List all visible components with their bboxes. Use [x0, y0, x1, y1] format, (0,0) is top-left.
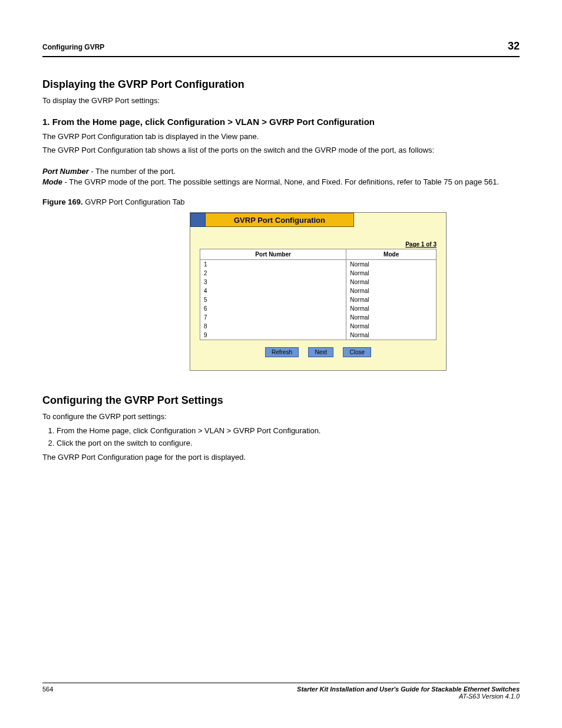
configure-step-2: Click the port on the switch to configur… — [57, 438, 520, 449]
table-row[interactable]: 9Normal — [200, 331, 437, 340]
port-config-table: Port Number Mode 1Normal 2Normal 3Normal… — [200, 249, 437, 340]
close-button[interactable]: Close — [343, 347, 371, 357]
cell-port: 2 — [200, 269, 346, 278]
table-row[interactable]: 2Normal — [200, 269, 437, 278]
section-heading-display: Displaying the GVRP Port Configuration — [42, 78, 520, 91]
panel-title-tab[interactable]: GVRP Port Configuration — [206, 213, 354, 227]
figure-area: GVRP Port Configuration Page 1 of 3 Port… — [190, 212, 447, 371]
intro-lead-display: To display the GVRP Port settings: — [42, 95, 520, 106]
cell-mode: Normal — [346, 269, 437, 278]
cell-mode: Normal — [346, 322, 437, 331]
figure-number: Figure 169. — [42, 197, 83, 206]
cell-mode: Normal — [346, 260, 437, 269]
step-1-heading: 1. From the Home page, click Configurati… — [42, 117, 520, 127]
refresh-button[interactable]: Refresh — [265, 347, 299, 357]
configure-intro-lead: To configure the GVRP port settings: — [42, 411, 520, 422]
footer-model: AT-S63 Version 4.1.0 — [297, 693, 520, 700]
step-1-paragraph-2: The GVRP Port Configuration tab shows a … — [42, 145, 520, 156]
figure-title: GVRP Port Configuration Tab — [83, 197, 185, 206]
table-header-row: Port Number Mode — [200, 249, 437, 260]
figure-caption: Figure 169. GVRP Port Configuration Tab — [42, 197, 520, 206]
next-section: Configuring the GVRP Port Settings To co… — [42, 394, 520, 462]
footer-title: Starter Kit Installation and User's Guid… — [297, 686, 520, 693]
panel-top-bar: GVRP Port Configuration — [190, 213, 446, 227]
panel-button-row: Refresh Next Close — [200, 346, 437, 357]
next-button[interactable]: Next — [308, 347, 333, 357]
cell-mode: Normal — [346, 331, 437, 340]
term-item: Mode - The GVRP mode of the port. The po… — [42, 177, 520, 188]
cell-port: 4 — [200, 286, 346, 295]
footer-right: Starter Kit Installation and User's Guid… — [297, 686, 520, 700]
page-footer: 564 Starter Kit Installation and User's … — [42, 683, 520, 700]
cell-mode: Normal — [346, 295, 437, 304]
term-desc: - The number of the port. — [89, 167, 176, 176]
cell-mode: Normal — [346, 313, 437, 322]
table-row[interactable]: 5Normal — [200, 295, 437, 304]
cell-mode: Normal — [346, 304, 437, 313]
cell-mode: Normal — [346, 286, 437, 295]
configure-step-1: From the Home page, click Configuration … — [57, 426, 520, 436]
panel-title-text: GVRP Port Configuration — [234, 216, 325, 225]
term-item: Port Number - The number of the port. — [42, 166, 520, 177]
cell-port: 7 — [200, 313, 346, 322]
term-list: Port Number - The number of the port. Mo… — [42, 166, 520, 189]
panel-body: Page 1 of 3 Port Number Mode 1Normal 2No… — [200, 241, 437, 357]
table-row[interactable]: 3Normal — [200, 278, 437, 286]
cell-port: 5 — [200, 295, 346, 304]
running-header: Configuring GVRP 32 — [42, 40, 520, 57]
table-row[interactable]: 8Normal — [200, 322, 437, 331]
term-desc: - The GVRP mode of the port. The possibl… — [62, 177, 499, 186]
cell-port: 8 — [200, 322, 346, 331]
term-label: Mode — [42, 177, 62, 186]
cell-port: 1 — [200, 260, 346, 269]
configure-after-note: The GVRP Port Configuration page for the… — [42, 452, 520, 463]
table-row[interactable]: 4Normal — [200, 286, 437, 295]
footer-page-number: 564 — [42, 686, 53, 700]
col-mode: Mode — [346, 249, 437, 260]
table-row[interactable]: 7Normal — [200, 313, 437, 322]
table-row[interactable]: 1Normal — [200, 260, 437, 269]
document-page: Configuring GVRP 32 Displaying the GVRP … — [0, 0, 562, 728]
gvrp-port-config-panel: GVRP Port Configuration Page 1 of 3 Port… — [190, 212, 447, 371]
cell-port: 9 — [200, 331, 346, 340]
cell-mode: Normal — [346, 278, 437, 286]
step-1-paragraph-1: The GVRP Port Configuration tab is displ… — [42, 131, 520, 142]
header-left: Configuring GVRP — [42, 43, 104, 51]
panel-tab-handle[interactable] — [190, 213, 206, 227]
cell-port: 3 — [200, 278, 346, 286]
col-port-number: Port Number — [200, 249, 346, 260]
cell-port: 6 — [200, 304, 346, 313]
configure-steps: From the Home page, click Configuration … — [42, 426, 520, 449]
term-label: Port Number — [42, 167, 89, 176]
table-row[interactable]: 6Normal — [200, 304, 437, 313]
header-chapter-number: 32 — [508, 40, 520, 52]
section-heading-configure: Configuring the GVRP Port Settings — [42, 394, 520, 407]
pager-label[interactable]: Page 1 of 3 — [200, 241, 437, 248]
